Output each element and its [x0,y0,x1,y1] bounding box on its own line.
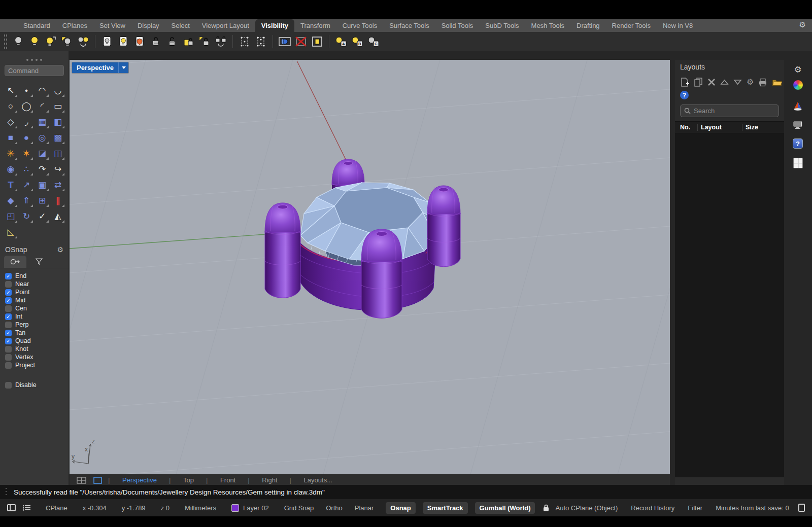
show-objects-bulb-icon[interactable] [27,34,42,49]
layouts-page-panel-icon[interactable] [791,156,804,169]
vp-tab-top[interactable]: Top [170,476,207,484]
layouts-help-icon[interactable]: ? [680,91,689,99]
layouts-search[interactable] [680,104,779,117]
osnap-checkbox[interactable] [5,354,12,361]
print-layout-icon[interactable] [758,78,767,87]
menu-tab-new-in-v8[interactable]: New in V8 [657,19,699,32]
menu-tab-visibility[interactable]: Visibility [255,19,294,32]
polygon-tool[interactable]: ◇ [3,115,18,129]
menu-tab-cplanes[interactable]: CPlanes [56,19,93,32]
move-tool[interactable]: ↗ [19,178,34,192]
rectangle-tool[interactable]: ▭ [50,99,65,114]
filter-button[interactable]: Filter [688,504,702,512]
osnap-vertex[interactable]: Vertex [5,353,69,361]
osnap-checkbox[interactable] [5,362,12,369]
new-layout-icon[interactable] [680,77,689,87]
move-down-icon[interactable] [733,79,742,85]
unlock-objects-icon[interactable] [164,34,180,49]
hide-in-detail-page-icon[interactable] [99,34,115,49]
menu-tab-transform[interactable]: Transform [294,19,336,32]
explode-tool[interactable]: ✳ [3,146,18,161]
menu-tab-subd-tools[interactable]: SubD Tools [479,19,525,32]
panel-settings-gear-icon[interactable]: ⚙ [791,63,804,76]
disable-clipping-plane-icon[interactable] [293,34,309,49]
open-layout-folder-icon[interactable] [772,78,782,86]
ellipse-tool[interactable]: ◯ [19,99,34,114]
circle-tool[interactable]: ○ [3,99,18,114]
osnap-checkbox[interactable] [5,313,12,320]
show-control-points-icon[interactable] [237,34,252,49]
osnap-point[interactable]: Point [5,288,69,296]
toggle-osnap[interactable]: Osnap [386,502,415,514]
command-list-icon[interactable] [23,505,30,511]
surface-patch-tool[interactable]: ▩ [50,130,65,145]
osnap-quad[interactable]: Quad [5,337,69,345]
solid-union-tool[interactable]: ◆ [3,193,18,208]
blend-curve-tool[interactable]: ↪ [50,162,65,177]
units-button[interactable]: Millimeters [185,504,216,512]
toolbar-settings-gear-icon[interactable]: ⚙ [799,20,806,29]
torus-tool[interactable]: ◎ [35,130,50,145]
orient-tool[interactable]: ↻ [19,209,34,224]
hide-objects-bulb-icon[interactable] [11,34,26,49]
curve-through-points-tool[interactable]: ◡ [50,83,65,98]
display-panel-icon[interactable] [791,118,804,131]
show-in-detail-page-icon[interactable] [116,34,131,49]
menu-tab-drafting[interactable]: Drafting [570,19,606,32]
select-tool[interactable]: ↖ [3,83,18,98]
osnap-checkbox[interactable] [5,322,12,328]
menu-tab-curve-tools[interactable]: Curve Tools [336,19,383,32]
menu-tab-viewport-layout[interactable]: Viewport Layout [196,19,255,32]
osnap-settings-gear-icon[interactable]: ⚙ [57,245,63,254]
menu-tab-render-tools[interactable]: Render Tools [606,19,657,32]
primitives-tool[interactable]: ◭ [50,209,65,224]
boolean-union-tool[interactable]: ◉ [3,162,18,177]
panel-sidebar-toggle-icon[interactable] [798,504,805,512]
array-tool[interactable]: ▣ [35,178,50,192]
show-selected-bulb-icon[interactable] [43,34,58,49]
osnap-cen[interactable]: Cen [5,304,69,312]
display-color-panel-icon[interactable] [791,78,804,91]
menu-tab-solid-tools[interactable]: Solid Tools [435,19,480,32]
hide-swap-bulbs-icon[interactable] [76,34,91,49]
text-object-tool[interactable]: T [3,178,18,192]
sphere-tool[interactable]: ● [19,130,34,145]
osnap-disable-checkbox[interactable] [5,382,12,389]
command-input[interactable] [5,65,64,76]
toggle-ortho[interactable]: Ortho [326,504,343,512]
toolbar-drag-handle[interactable] [4,33,8,49]
record-history-button[interactable]: Record History [631,504,674,512]
vp-tab-front[interactable]: Front [207,476,249,484]
toggle-grid-snap[interactable]: Grid Snap [284,504,314,512]
osnap-checkbox[interactable] [5,305,12,312]
osnap-end[interactable]: End [5,272,69,280]
osnap-checkbox[interactable] [5,346,12,353]
render-panel-icon[interactable] [791,99,804,113]
osnap-near[interactable]: Near [5,280,69,288]
point-tool[interactable]: • [19,83,34,98]
clipping-box-icon[interactable] [310,34,325,49]
menu-tab-display[interactable]: Display [131,19,165,32]
isolate-shield-page-icon[interactable] [132,34,147,49]
lasso-pyramid-tool[interactable]: ◺ [3,225,18,239]
perspective-viewport[interactable]: z x y Perspective [70,60,670,474]
help-panel-icon[interactable]: ? [791,137,804,150]
menu-tab-set-view[interactable]: Set View [93,19,131,32]
layouts-search-input[interactable] [694,107,770,115]
split-edge-tool[interactable]: ∥ [50,193,65,208]
box-tool[interactable]: ■ [3,130,18,145]
osnap-int[interactable]: Int [5,312,69,321]
osnap-project[interactable]: Project [5,361,69,369]
surface-from-points-tool[interactable]: ▦ [35,115,50,129]
osnap-knot[interactable]: Knot [5,345,69,353]
osnap-checkbox[interactable] [5,297,12,304]
control-point-curve-tool[interactable]: ◠ [35,83,50,98]
osnap-checkbox[interactable] [5,281,12,288]
current-layer-button[interactable]: Layer 02 [231,504,269,512]
osnap-checkbox[interactable] [5,273,12,279]
toggle-gumball[interactable]: Gumball (World) [475,502,535,514]
viewport-title[interactable]: Perspective [72,62,118,73]
osnap-disable[interactable]: Disable [5,381,69,389]
four-viewports-icon[interactable] [77,477,86,484]
array-grid-tool[interactable]: ⊞ [35,193,50,208]
